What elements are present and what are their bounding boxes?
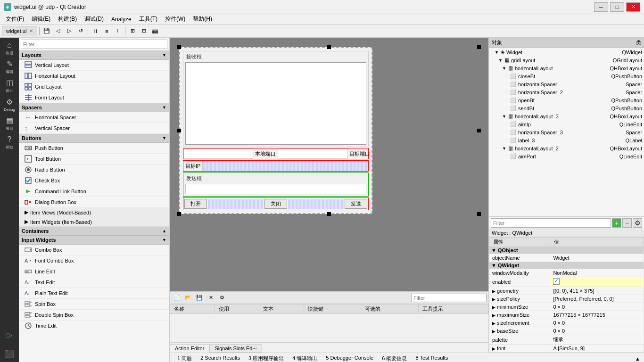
target-ip-input[interactable] [202,161,368,171]
widget-double-spin-box[interactable]: ab Double Spin Box [19,310,169,321]
menu-analyze[interactable]: Analyze [107,15,135,24]
menu-build[interactable]: 构建(B) [54,14,81,24]
widget-dialog-button-box[interactable]: Dialog Button Box [19,197,169,208]
design-area[interactable]: 接收框 本地端口 目标端口 [170,38,488,291]
widget-plain-text-edit[interactable]: AI Plain Text Edit [19,288,169,299]
prop-val-enabled[interactable] [550,277,644,287]
menu-edit[interactable]: 编辑(E) [28,14,54,24]
handle-mr[interactable] [477,129,481,132]
widget-combo-box[interactable]: Combo Box [19,245,169,255]
category-layouts[interactable]: Layouts ▼ [19,51,169,60]
tree-expand-hbox2[interactable]: ▼ [502,146,506,151]
send-text-area[interactable] [185,184,366,194]
property-filter-input[interactable] [491,218,611,228]
receive-text-area[interactable] [185,62,366,145]
status-tab-search[interactable]: 2 Search Results [197,354,244,362]
prop-remove-btn[interactable]: − [622,218,632,228]
handle-br[interactable] [477,212,481,216]
prop-val-maxsize[interactable]: 16777215 × 16777215 [550,311,644,319]
widget-text-edit[interactable]: AI Text Edit [19,277,169,288]
sidebar-terminal[interactable]: ⬛ [1,345,18,362]
prop-val-palette[interactable]: 继承 [550,335,644,345]
tree-item-widget[interactable]: ▼ ◈ Widget QWidget [489,48,644,56]
prop-val-minsize[interactable]: 0 × 0 [550,303,644,311]
widget-tool-button[interactable]: T Tool Button [19,154,169,165]
widget-horizontal-layout[interactable]: Horizontal Layout [19,71,169,82]
tree-item-hspacer[interactable]: ⬜ horizontalSpacer Spacer [489,80,644,88]
prop-group-arrow[interactable]: ▼ [491,247,496,253]
handle-bl[interactable] [177,212,181,216]
sidebar-project[interactable]: ▤ 项目 [1,115,18,132]
prop-val-basesize[interactable]: 0 × 0 [550,327,644,335]
status-tab-problems[interactable]: 1 问题 [173,354,196,362]
status-tab-overview[interactable]: 6 概要信息 [378,354,411,362]
toolbar-save-btn[interactable]: 💾 [41,26,52,36]
prop-val-windowmodality[interactable]: NonModal [550,269,644,277]
expand-geometry[interactable]: ▶ [492,289,495,294]
status-tab-compile[interactable]: 4 编译输出 [289,354,321,362]
category-buttons[interactable]: Buttons ▼ [19,134,169,143]
action-settings-btn[interactable]: ⚙ [217,293,227,303]
prop-val-font[interactable]: A [SimSun, 9] [550,345,644,353]
sidebar-edit[interactable]: ✎ 编辑 [1,58,18,75]
sidebar-welcome[interactable]: ⌂ 欢迎 [1,40,18,57]
widget-vertical-spacer[interactable]: ↕ Vertical Spacer [19,123,169,134]
tree-item-aimip[interactable]: ⬜ aimIp QLineEdit [489,120,644,128]
action-save-btn[interactable]: 💾 [194,293,205,303]
prop-more-btn[interactable]: ⚙ [633,218,642,228]
category-spacers[interactable]: Spacers ▼ [19,103,169,112]
toolbar-fwd-btn[interactable]: ▷ [64,26,74,36]
tree-expand-hbox[interactable]: ▼ [502,66,506,71]
toolbar-grid-btn2[interactable]: ⊟ [139,26,149,36]
handle-bc[interactable] [327,212,331,216]
menu-file[interactable]: 文件(F) [2,14,28,24]
close-button[interactable]: ✕ [626,2,640,12]
tree-item-grid-layout[interactable]: ▼ ▦ gridLayout QGridLayout [489,56,644,64]
tree-item-hbox3[interactable]: ▼ ▥ horizontalLayout_3 QHBoxLayout [489,112,644,120]
expand-minsize[interactable]: ▶ [492,305,495,310]
widget-grid-layout[interactable]: Grid Layout [19,82,169,92]
tab-signals-slots[interactable]: Signals Slots Ed··· [209,344,262,353]
tree-item-hbox-layout[interactable]: ▼ ▥ horizontalLayout QHBoxLayout [489,64,644,72]
category-input-widgets[interactable]: Input Widgets ▼ [19,236,169,245]
sidebar-run[interactable]: ▷ [1,326,18,343]
sidebar-design[interactable]: ◫ 设计 [1,77,18,94]
minimize-button[interactable]: ─ [594,2,608,12]
maximize-button[interactable]: □ [610,2,624,12]
tree-item-hspacer3[interactable]: ⬜ horizontalSpacer_3 Spacer [489,128,644,136]
menu-tools[interactable]: 工具(T) [135,14,161,24]
tree-expand-hbox3[interactable]: ▼ [502,114,506,119]
sidebar-help[interactable]: ? 帮助 [1,134,18,151]
toolbar-back-btn[interactable]: ◁ [53,26,63,36]
toolbar-align-btn1[interactable]: ⏸ [90,26,100,36]
tree-item-aimport[interactable]: ⬜ aimPort QLineEdit [489,152,644,160]
widget-line-edit[interactable]: ab Line Edit [19,266,169,277]
send-button[interactable]: 发送 [345,199,367,209]
widget-spin-box[interactable]: ab Spin Box [19,299,169,310]
handle-tr[interactable] [477,45,481,49]
file-tab-close[interactable]: ✕ [29,28,33,33]
widget-horizontal-spacer[interactable]: ↔ Horizontal Spacer [19,112,169,123]
category-containers[interactable]: Containers ▲ [19,227,169,236]
status-tab-test[interactable]: 8 Test Results [412,354,452,362]
action-open-btn[interactable]: 📂 [183,293,193,303]
prop-qwidget-arrow[interactable]: ▼ [491,263,496,268]
widget-filter-input[interactable] [21,40,167,49]
prop-val-sizeincrement[interactable]: 0 × 0 [550,319,644,327]
widget-command-link-button[interactable]: Command Link Button [19,186,169,197]
toolbar-grid-btn1[interactable]: ⊞ [127,26,138,36]
handle-tl[interactable] [177,45,181,49]
tree-item-openbt[interactable]: ⬜ openBt QPushButton [489,96,644,104]
menu-help[interactable]: 帮助(H) [189,14,216,24]
category-item-widgets[interactable]: ▶ Item Widgets (Item-Based) [19,217,169,227]
target-port-input[interactable] [278,148,347,159]
tree-item-hbox2[interactable]: ▼ ▥ horizontalLayout_2 QHBoxLayout [489,144,644,152]
prop-val-objectname[interactable]: Widget [550,254,644,262]
tree-expand-widget[interactable]: ▼ [495,50,499,55]
action-new-btn[interactable]: 📄 [172,293,182,303]
open-button[interactable]: 打开 [184,199,207,209]
action-delete-btn[interactable]: ✕ [206,293,216,303]
status-tab-debugger[interactable]: 5 Debugger Console [322,354,377,362]
expand-maxsize[interactable]: ▶ [492,313,495,318]
close-button[interactable]: 关闭 [264,199,287,209]
